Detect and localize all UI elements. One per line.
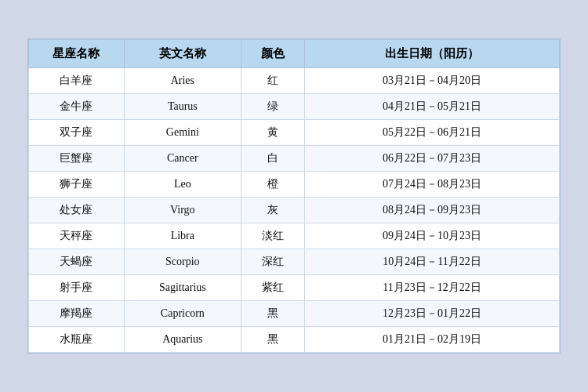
- cell-zh-name: 双子座: [29, 120, 125, 146]
- table-row: 射手座Sagittarius紫红11月23日－12月22日: [29, 275, 560, 301]
- cell-color: 黄: [241, 120, 304, 146]
- cell-zh-name: 狮子座: [29, 172, 125, 198]
- header-birthdate: 出生日期（阳历）: [305, 40, 560, 68]
- table-row: 水瓶座Aquarius黑01月21日－02月19日: [29, 327, 560, 353]
- cell-color: 橙: [241, 172, 304, 198]
- cell-en-name: Cancer: [124, 146, 241, 172]
- table-row: 天蝎座Scorpio深红10月24日－11月22日: [29, 249, 560, 275]
- cell-birthdate: 07月24日－08月23日: [305, 172, 560, 198]
- table-row: 金牛座Taurus绿04月21日－05月21日: [29, 94, 560, 120]
- cell-en-name: Gemini: [124, 120, 241, 146]
- header-en-name: 英文名称: [124, 40, 241, 68]
- table-row: 巨蟹座Cancer白06月22日－07月23日: [29, 146, 560, 172]
- cell-birthdate: 04月21日－05月21日: [305, 94, 560, 120]
- cell-en-name: Virgo: [124, 198, 241, 223]
- cell-color: 黑: [241, 327, 304, 353]
- cell-birthdate: 09月24日－10月23日: [305, 223, 560, 249]
- table-row: 双子座Gemini黄05月22日－06月21日: [29, 120, 560, 146]
- cell-zh-name: 天蝎座: [29, 249, 125, 275]
- cell-en-name: Scorpio: [124, 249, 241, 275]
- cell-color: 灰: [241, 198, 304, 223]
- cell-birthdate: 10月24日－11月22日: [305, 249, 560, 275]
- cell-zh-name: 巨蟹座: [29, 146, 125, 172]
- table-row: 白羊座Aries红03月21日－04月20日: [29, 68, 560, 94]
- cell-color: 紫红: [241, 275, 304, 301]
- cell-zh-name: 摩羯座: [29, 301, 125, 327]
- cell-zh-name: 天秤座: [29, 223, 125, 249]
- cell-color: 绿: [241, 94, 304, 120]
- cell-color: 淡红: [241, 223, 304, 249]
- table-row: 处女座Virgo灰08月24日－09月23日: [29, 198, 560, 223]
- zodiac-table: 星座名称 英文名称 颜色 出生日期（阳历） 白羊座Aries红03月21日－04…: [28, 39, 560, 353]
- cell-birthdate: 01月21日－02月19日: [305, 327, 560, 353]
- table-row: 天秤座Libra淡红09月24日－10月23日: [29, 223, 560, 249]
- cell-zh-name: 射手座: [29, 275, 125, 301]
- cell-zh-name: 白羊座: [29, 68, 125, 94]
- cell-birthdate: 03月21日－04月20日: [305, 68, 560, 94]
- cell-birthdate: 12月23日－01月22日: [305, 301, 560, 327]
- cell-en-name: Aquarius: [124, 327, 241, 353]
- cell-en-name: Sagittarius: [124, 275, 241, 301]
- cell-birthdate: 11月23日－12月22日: [305, 275, 560, 301]
- cell-color: 黑: [241, 301, 304, 327]
- cell-color: 红: [241, 68, 304, 94]
- header-zh-name: 星座名称: [29, 40, 125, 68]
- cell-zh-name: 处女座: [29, 198, 125, 223]
- cell-en-name: Aries: [124, 68, 241, 94]
- cell-birthdate: 06月22日－07月23日: [305, 146, 560, 172]
- cell-en-name: Taurus: [124, 94, 241, 120]
- cell-en-name: Leo: [124, 172, 241, 198]
- cell-color: 深红: [241, 249, 304, 275]
- table-row: 摩羯座Capricorn黑12月23日－01月22日: [29, 301, 560, 327]
- cell-en-name: Capricorn: [124, 301, 241, 327]
- zodiac-table-wrapper: 星座名称 英文名称 颜色 出生日期（阳历） 白羊座Aries红03月21日－04…: [27, 38, 561, 354]
- table-header-row: 星座名称 英文名称 颜色 出生日期（阳历）: [29, 40, 560, 68]
- cell-en-name: Libra: [124, 223, 241, 249]
- cell-birthdate: 08月24日－09月23日: [305, 198, 560, 223]
- cell-zh-name: 金牛座: [29, 94, 125, 120]
- cell-zh-name: 水瓶座: [29, 327, 125, 353]
- cell-birthdate: 05月22日－06月21日: [305, 120, 560, 146]
- cell-color: 白: [241, 146, 304, 172]
- table-row: 狮子座Leo橙07月24日－08月23日: [29, 172, 560, 198]
- header-color: 颜色: [241, 40, 304, 68]
